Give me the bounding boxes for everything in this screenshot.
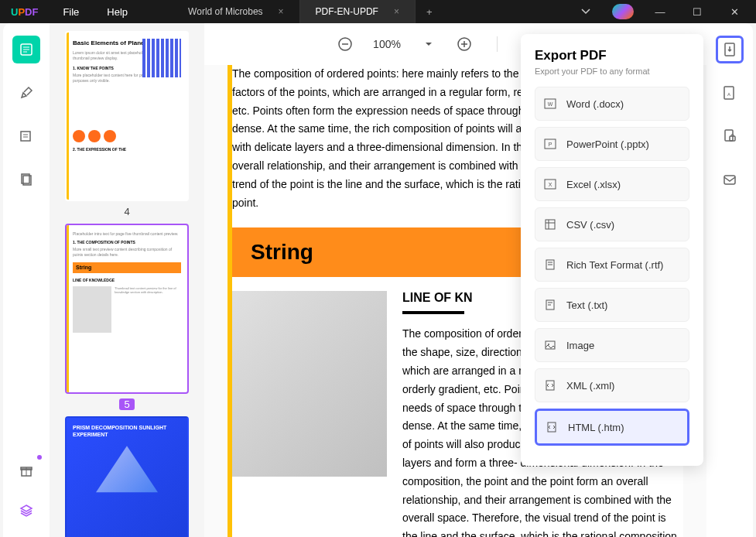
svg-text:A: A xyxy=(727,92,730,97)
csv-icon xyxy=(543,217,557,231)
powerpoint-icon: P xyxy=(543,137,557,151)
close-icon[interactable]: × xyxy=(279,6,284,17)
close-button[interactable]: ✕ xyxy=(719,0,750,23)
export-image[interactable]: Image xyxy=(535,328,689,362)
html-icon xyxy=(545,420,559,434)
tabs: World of Microbes × PDF-EN-UPDF × + xyxy=(173,0,443,23)
svg-rect-29 xyxy=(546,220,555,229)
thumbnail-panel: Basic Elements of Plane Space Lorem ipsu… xyxy=(50,23,204,537)
menu-help[interactable]: Help xyxy=(93,6,142,18)
word-icon: W xyxy=(543,97,557,111)
thumb-string: String xyxy=(73,262,181,273)
export-label: CSV (.csv) xyxy=(566,219,614,231)
gift-icon[interactable] xyxy=(12,457,40,484)
thumbnail-page-6[interactable]: PRISM DECOMPOSITION SUNLIGHT EXPERIMENT xyxy=(65,416,189,537)
export-label: Excel (.xlsx) xyxy=(566,179,621,190)
export-label: Rich Text Format (.rtf) xyxy=(566,259,663,271)
thumb-sub: 1. THE COMPOSITION OF POINTS xyxy=(73,240,181,245)
export-label: Text (.txt) xyxy=(566,299,607,311)
menu-file[interactable]: File xyxy=(49,6,93,18)
zoom-in-button[interactable] xyxy=(453,33,475,55)
export-label: Image xyxy=(566,340,594,351)
organize-button[interactable] xyxy=(12,166,40,193)
zoom-level: 100% xyxy=(370,38,404,50)
export-powerpoint[interactable]: PPowerPoint (.pptx) xyxy=(535,127,689,161)
export-label: XML (.xml) xyxy=(566,380,614,392)
maximize-button[interactable]: ☐ xyxy=(682,0,713,23)
layers-icon[interactable] xyxy=(12,497,40,525)
tab-label: PDF-EN-UPDF xyxy=(316,6,378,17)
export-title: Export PDF xyxy=(535,48,689,63)
xml-icon xyxy=(543,378,557,392)
tab-label: World of Microbes xyxy=(188,6,262,17)
export-html[interactable]: HTML (.htm) xyxy=(535,409,689,446)
tab-pdf-en-updf[interactable]: PDF-EN-UPDF × xyxy=(300,0,416,23)
export-word[interactable]: WWord (.docx) xyxy=(535,87,689,121)
svg-rect-22 xyxy=(724,176,735,184)
chevron-down-icon[interactable] xyxy=(570,0,601,23)
text-icon xyxy=(543,298,557,312)
add-tab-button[interactable]: + xyxy=(416,0,443,23)
thumb-line: LINE OF KNOWLEDGE xyxy=(73,278,181,283)
rtf-icon xyxy=(543,258,557,272)
app-logo: UPDF xyxy=(0,6,49,18)
svg-text:W: W xyxy=(548,101,553,107)
svg-text:P: P xyxy=(549,142,552,147)
export-label: Word (.docx) xyxy=(566,98,624,110)
tab-world-of-microbes[interactable]: World of Microbes × xyxy=(173,0,300,23)
pdf-a-icon[interactable]: A xyxy=(716,79,744,107)
titlebar: UPDF File Help World of Microbes × PDF-E… xyxy=(0,0,756,23)
svg-text:X: X xyxy=(549,182,552,187)
export-label: PowerPoint (.pptx) xyxy=(566,139,649,150)
thumbnail-page-4[interactable]: Basic Elements of Plane Space Lorem ipsu… xyxy=(65,31,189,217)
zoom-out-button[interactable] xyxy=(334,33,356,55)
thumb-number: 5 xyxy=(119,398,135,410)
export-subtitle: Export your PDF to any format xyxy=(535,67,689,76)
sidebar-left xyxy=(3,23,50,537)
svg-rect-4 xyxy=(21,132,30,141)
excel-icon: X xyxy=(543,177,557,191)
thumbnail-page-5[interactable]: Placeholder intro text for page five thu… xyxy=(65,224,189,410)
export-panel: Export PDF Export your PDF to any format… xyxy=(521,34,703,466)
export-txt[interactable]: Text (.txt) xyxy=(535,288,689,322)
export-xml[interactable]: XML (.xml) xyxy=(535,368,689,402)
reader-mode-button[interactable] xyxy=(12,36,40,63)
thumb-number: 4 xyxy=(65,206,189,217)
sidebar-right: A xyxy=(706,23,753,537)
zoom-dropdown[interactable] xyxy=(418,33,440,55)
export-label: HTML (.htm) xyxy=(568,422,624,433)
share-icon[interactable] xyxy=(716,166,744,193)
annotate-button[interactable] xyxy=(12,79,40,107)
close-icon[interactable]: × xyxy=(394,6,399,17)
protect-icon[interactable] xyxy=(716,122,744,150)
image-icon xyxy=(543,338,557,352)
minimize-button[interactable]: — xyxy=(645,0,676,23)
export-rtf[interactable]: Rich Text Format (.rtf) xyxy=(535,248,689,282)
thumb-sub: 2. THE EXPRESSION OF THE xyxy=(73,147,181,152)
ai-assistant-icon[interactable] xyxy=(607,0,638,23)
thumb-title: PRISM DECOMPOSITION SUNLIGHT EXPERIMENT xyxy=(73,424,181,438)
edit-button[interactable] xyxy=(12,122,40,150)
export-excel[interactable]: XExcel (.xlsx) xyxy=(535,167,689,201)
export-csv[interactable]: CSV (.csv) xyxy=(535,207,689,241)
architecture-image xyxy=(232,291,387,477)
export-button[interactable] xyxy=(716,36,744,63)
